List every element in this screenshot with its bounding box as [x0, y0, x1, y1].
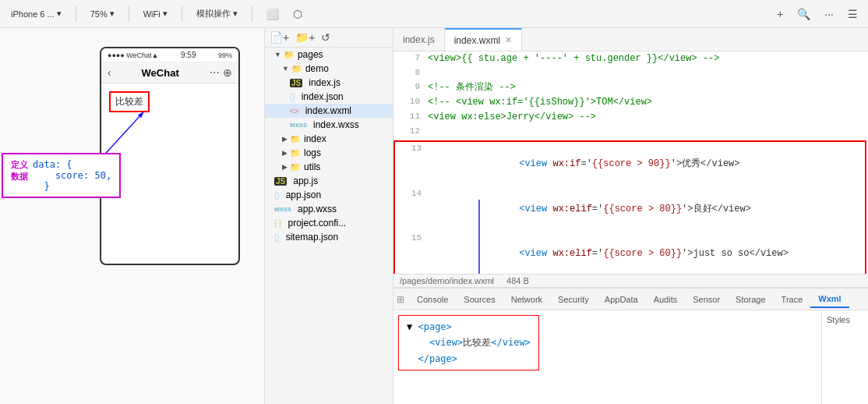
demo-arrow: ▼ — [282, 65, 289, 73]
utils-label: utils — [304, 161, 320, 172]
phone-content: 比较差 — [101, 83, 238, 264]
line-num-10: 10 — [397, 95, 420, 109]
compile-icon[interactable]: ⬜ — [262, 6, 283, 22]
tree-app-js[interactable]: JS app.js — [265, 174, 393, 188]
folder-icon-demo: 📁 — [291, 64, 302, 74]
line-num-12: 12 — [397, 125, 420, 139]
wxss-icon: wxss — [290, 121, 307, 129]
code-panel: index.js index.wxml ✕ 7 <view>{{ stu.age… — [393, 28, 868, 404]
line-num-15: 15 — [398, 232, 422, 246]
indexwxml-label: index.wxml — [305, 105, 351, 116]
more-icon[interactable]: ··· — [820, 6, 838, 22]
separator-1 — [76, 6, 76, 22]
refresh-btn[interactable]: ↺ — [321, 31, 330, 44]
tree-app-wxss[interactable]: wxss app.wxss — [265, 202, 393, 216]
js-icon: JS — [290, 79, 302, 87]
json-icon: {} — [290, 93, 295, 101]
tree-app-json[interactable]: {} app.json — [265, 188, 393, 202]
separator-4 — [252, 6, 252, 22]
phone-frame: ●●●● WeChat▲ 9:59 99% ‹ WeChat ··· ⊕ — [100, 47, 240, 265]
network-chevron: ▾ — [163, 9, 168, 19]
phone-signal: ●●●● WeChat▲ — [108, 51, 159, 59]
tree-pages[interactable]: ▼ 📁 pages — [265, 48, 393, 62]
appjson-label: app.json — [286, 190, 321, 200]
tree-utils[interactable]: ▶ 📁 utils — [265, 160, 393, 174]
code-annotation-box-red: 13 <view wx:if='{{score > 90}}'>优秀</view… — [393, 140, 866, 274]
separator-2 — [129, 6, 129, 22]
tab-index-wxml-label: index.wxml — [454, 35, 500, 46]
folder-icon-utils: 📁 — [290, 162, 301, 172]
new-folder-btn[interactable]: 📁+ — [295, 31, 315, 44]
network-selector[interactable]: WiFi ▾ — [139, 7, 172, 20]
line-num-14: 14 — [398, 187, 422, 201]
styles-label: Styles — [827, 315, 850, 324]
tab-appdata[interactable]: AppData — [597, 292, 646, 307]
config-icon: {·} — [274, 219, 281, 228]
folder-icon-logs: 📁 — [290, 148, 301, 158]
action-label: 模拟操作 — [196, 8, 231, 19]
app-container: iPhone 6 ... ▾ 75% ▾ WiFi ▾ 模拟操作 ▾ ⬜ ⬡ +… — [0, 0, 868, 404]
data-def-label: 定义 数据 — [11, 159, 28, 192]
tab-wxml[interactable]: Wxml — [810, 291, 849, 308]
pages-arrow: ▼ — [274, 51, 281, 58]
sitemap-label: sitemap.json — [286, 232, 338, 243]
phone-time: 9:59 — [181, 51, 196, 59]
code-content-9: <!-- 条件渲染 --> — [428, 80, 865, 95]
tab-index-js-label: index.js — [403, 34, 435, 45]
code-content-7: <view>{{ stu.age + '----' + stu.gender }… — [428, 51, 865, 66]
appwxss-icon: wxss — [274, 205, 291, 213]
add-icon[interactable]: + — [773, 6, 787, 22]
new-file-btn[interactable]: 📄+ — [270, 31, 289, 44]
phone-nav-bar: ‹ WeChat ··· ⊕ — [101, 62, 238, 83]
code-line-11: 11 <view wx:else>Jerry</view> --> — [393, 110, 868, 125]
tree-project-config[interactable]: {·} project.confi... — [265, 216, 393, 230]
tab-console[interactable]: Console — [409, 292, 456, 307]
project-config-label: project.confi... — [288, 218, 346, 229]
code-line-9: 9 <!-- 条件渲染 --> — [393, 80, 868, 95]
tree-demo[interactable]: ▼ 📁 demo — [265, 62, 393, 76]
network-label: WiFi — [143, 9, 161, 19]
tree-index-js[interactable]: JS index.js — [265, 76, 393, 90]
tree-index-json[interactable]: {} index.json — [265, 90, 393, 104]
tab-storage[interactable]: Storage — [728, 292, 774, 307]
tab-index-js[interactable]: index.js — [393, 28, 445, 51]
tree-logs[interactable]: ▶ 📁 logs — [265, 146, 393, 160]
top-toolbar: iPhone 6 ... ▾ 75% ▾ WiFi ▾ 模拟操作 ▾ ⬜ ⬡ +… — [0, 0, 868, 28]
tab-trace[interactable]: Trace — [774, 292, 811, 307]
action-selector[interactable]: 模拟操作 ▾ — [192, 6, 242, 21]
index-folder-arrow: ▶ — [282, 135, 288, 143]
code-line-15: 15 <view wx:elif='{{score > 60}}'>just s… — [395, 232, 865, 274]
phone-preview-text-box: 比较差 — [109, 91, 150, 112]
logs-label: logs — [304, 147, 321, 158]
zoom-selector[interactable]: 75% ▾ — [86, 7, 119, 20]
tab-sensor[interactable]: Sensor — [685, 292, 728, 307]
tree-index-folder[interactable]: ▶ 📁 index — [265, 132, 393, 146]
device-selector[interactable]: iPhone 6 ... ▾ — [6, 7, 66, 20]
folder-icon-pages: 📁 — [284, 50, 295, 60]
tab-close-icon[interactable]: ✕ — [505, 35, 512, 45]
tree-index-wxml[interactable]: <> index.wxml — [265, 104, 393, 118]
menu-icon[interactable]: ☰ — [844, 6, 862, 22]
utils-arrow: ▶ — [282, 163, 288, 171]
preview-icon[interactable]: ⬡ — [289, 6, 306, 22]
indexjson-label: index.json — [302, 91, 344, 102]
tab-security[interactable]: Security — [550, 292, 597, 307]
tree-index-wxss[interactable]: wxss index.wxss — [265, 118, 393, 132]
logs-arrow: ▶ — [282, 149, 288, 157]
tab-network[interactable]: Network — [503, 292, 550, 307]
search-toolbar-icon[interactable]: 🔍 — [793, 6, 814, 22]
code-editor-wrapper: 7 <view>{{ stu.age + '----' + stu.gender… — [393, 51, 868, 274]
filetree-panel: 📄+ 📁+ ↺ ▼ 📁 pages ▼ 📁 demo JS index.js — [265, 28, 393, 404]
tab-sources[interactable]: Sources — [456, 292, 503, 307]
device-chevron: ▾ — [57, 9, 62, 19]
tree-sitemap[interactable]: {} sitemap.json — [265, 230, 393, 244]
tab-audits[interactable]: Audits — [646, 292, 686, 307]
wxml-tree-line3: </page> — [407, 351, 531, 367]
code-content-13: <view wx:if='{{score > 90}}'>优秀</view> — [429, 142, 862, 187]
code-line-12: 12 — [393, 125, 868, 139]
tab-index-wxml[interactable]: index.wxml ✕ — [445, 28, 522, 51]
bottom-content: ▼ <page> <view>比较差</view> </page> Styles — [393, 310, 868, 404]
appjs-icon: JS — [274, 177, 287, 186]
code-line-14: 14 <view wx:elif='{{score > 80}}'>良好</vi… — [395, 187, 865, 232]
code-tabs: index.js index.wxml ✕ — [393, 28, 868, 51]
